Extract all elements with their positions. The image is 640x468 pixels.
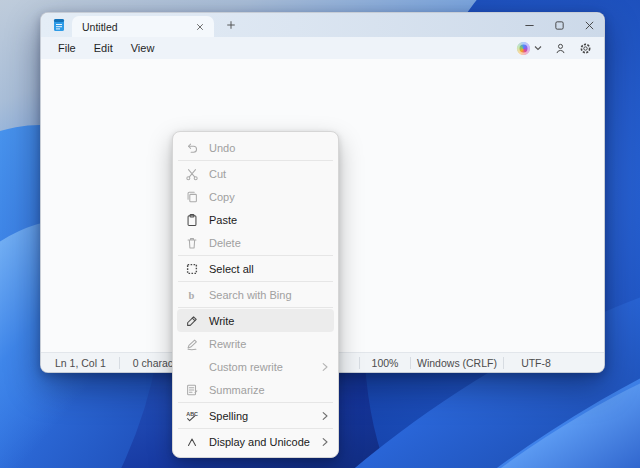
menu-item-label: Delete [209,237,330,249]
status-cursor-position: Ln 1, Col 1 [41,357,119,369]
tab-title: Untitled [82,21,192,33]
close-window-button[interactable] [574,13,604,37]
copilot-icon [517,42,530,55]
menubar: File Edit View [41,37,604,59]
person-icon [554,42,567,55]
minimize-button[interactable] [514,13,544,37]
write-icon [184,313,200,329]
summarize-icon [184,382,200,398]
titlebar: Untitled [41,13,604,37]
menu-item-label: Rewrite [209,338,330,350]
display-unicode-icon [184,434,200,450]
menu-item-label: Summarize [209,384,330,396]
account-button[interactable] [554,42,567,55]
settings-button[interactable] [579,42,592,55]
menu-edit[interactable]: Edit [85,40,122,56]
new-tab-button[interactable] [220,14,242,36]
tab-untitled[interactable]: Untitled [72,16,214,37]
desktop: Untitled [0,0,640,468]
menu-item-delete: Delete [177,231,334,254]
svg-text:b: b [189,289,195,300]
menu-file[interactable]: File [49,40,85,56]
cut-icon [184,166,200,182]
menu-item-spelling[interactable]: ABCSpelling [177,404,334,427]
menu-item-label: Write [209,315,330,327]
menu-item-undo: Undo [177,136,334,159]
menu-item-label: Search with Bing [209,289,330,301]
close-icon [584,20,595,31]
spelling-icon: ABC [184,408,200,424]
menu-item-label: Spelling [209,410,316,422]
copilot-button[interactable] [517,42,542,55]
plus-icon [226,20,236,30]
gear-icon [579,42,592,55]
close-icon [196,23,204,31]
status-line-endings: Windows (CRLF) [411,357,503,369]
status-zoom-level: 100% [360,357,410,369]
menu-item-display-and-unicode[interactable]: Display and Unicode [177,430,334,453]
copy-icon [184,189,200,205]
undo-icon [184,140,200,156]
menu-separator [178,160,333,161]
menu-item-search-with-bing: bSearch with Bing [177,283,334,306]
menu-view[interactable]: View [122,40,164,56]
delete-icon [184,235,200,251]
chevron-down-icon [534,45,542,51]
menu-item-label: Cut [209,168,330,180]
no-icon [184,359,200,375]
maximize-icon [554,20,565,31]
menu-item-label: Undo [209,142,330,154]
tab-close-button[interactable] [192,19,208,35]
notepad-icon [53,18,65,32]
paste-icon [184,212,200,228]
submenu-chevron-icon [316,362,330,372]
svg-text:ABC: ABC [186,410,198,416]
menu-item-custom-rewrite: Custom rewrite [177,355,334,378]
menu-separator [178,402,333,403]
bing-icon: b [184,287,200,303]
submenu-chevron-icon [316,411,330,421]
menu-item-select-all[interactable]: Select all [177,257,334,280]
select-all-icon [184,261,200,277]
status-encoding: UTF-8 [504,357,568,369]
notepad-app-icon [46,13,72,37]
menu-item-label: Copy [209,191,330,203]
minimize-icon [524,20,535,31]
context-menu: UndoCutCopyPasteDeleteSelect allbSearch … [172,131,339,458]
titlebar-drag-area [242,13,514,37]
rewrite-icon [184,336,200,352]
menu-separator [178,281,333,282]
menu-separator [178,255,333,256]
menu-item-paste[interactable]: Paste [177,208,334,231]
toolbar-right [517,42,592,55]
menu-item-label: Select all [209,263,330,275]
menu-separator [178,428,333,429]
submenu-chevron-icon [316,437,330,447]
menu-item-label: Paste [209,214,330,226]
menu-item-write[interactable]: Write [177,309,334,332]
menu-item-summarize: Summarize [177,378,334,401]
menu-item-rewrite: Rewrite [177,332,334,355]
menu-item-label: Custom rewrite [209,361,316,373]
menu-item-copy: Copy [177,185,334,208]
menu-separator [178,307,333,308]
maximize-button[interactable] [544,13,574,37]
menu-item-cut: Cut [177,162,334,185]
menu-item-label: Display and Unicode [209,436,316,448]
